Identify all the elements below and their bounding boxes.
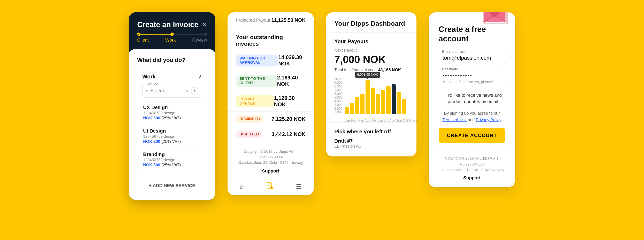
dashboard-header: Your Dipps Dashboard [326, 12, 416, 33]
service-name: Branding [143, 152, 201, 157]
chart-month-label: Nov [409, 119, 415, 123]
invoice-body: What did you do? Work ∧ Service ⌕ Select… [129, 49, 215, 200]
email-label: Email address [441, 50, 466, 54]
list-item: WAITING FOR APPROVAL 14,029.30 NOK [228, 50, 314, 71]
card-outstanding-invoices: Projected Payout 11,125.50 NOK Your outs… [228, 12, 314, 195]
invoice-nav-icon[interactable]: + [266, 182, 274, 191]
terms-link[interactable]: Terms of Use [442, 117, 467, 122]
outstanding-footer: Copyright © 2019 by Dipps AS | NO9230041… [228, 142, 314, 178]
step-track: ✓ [137, 34, 207, 35]
footer-support: Support [236, 168, 306, 174]
list-item: REMINDED 7,125.20 NOK [228, 111, 314, 127]
chart-bar [381, 90, 385, 114]
invoice-status-list: WAITING FOR APPROVAL 14,029.30 NOK SENT … [228, 50, 314, 142]
chart-bar [350, 103, 354, 114]
list-item: SENT TO THE CLIENT 2,169.40 NOK [228, 71, 314, 91]
service-id: 123456789 design [143, 158, 201, 162]
draft-company: EL Passion AS [334, 144, 408, 149]
step-dot-1: ✓ [137, 33, 140, 36]
chart-bar [392, 84, 396, 114]
list-item: DISPUTED 3,442.12 NOK [228, 127, 314, 142]
draft-row: Draft #7 EL Passion AS [334, 138, 408, 149]
account-footer: Copyright © 2019 by Dipps AS | NO9230041… [429, 150, 515, 187]
status-badge: SENT TO THE CLIENT [236, 75, 277, 87]
invoice-amount: 3,442.12 NOK [272, 131, 306, 138]
chart-month-label: Apr [364, 119, 370, 123]
password-value: •••••••••••• [442, 72, 501, 79]
service-name: UI Design [143, 128, 201, 134]
chevron-down-icon: ∨ [186, 88, 189, 93]
projected-row: Projected Payout 11,125.50 NOK [228, 12, 314, 28]
chart-month-label: Feb [351, 119, 357, 123]
newsletter-checkbox[interactable] [439, 93, 444, 98]
email-value: tom@elpassion.com [442, 55, 501, 61]
envelope-decoration [482, 12, 511, 27]
chart-month-label: Oct [403, 119, 408, 123]
close-button[interactable]: ✕ [202, 21, 207, 28]
password-field[interactable]: Password •••••••••••• Minimum 6 characte… [439, 69, 505, 87]
work-section: Work ∧ Service ⌕ Select ∨ + UX Design 12… [137, 69, 207, 175]
service-id: 123456789 design [143, 134, 201, 139]
invoice-amount: 7,125.20 NOK [272, 116, 306, 122]
status-badge: INVOICE OPENED [236, 95, 274, 107]
payouts-section: Your Payouts Next Payout 7,000 NOK Total… [326, 33, 416, 123]
service-label: Service [145, 82, 159, 86]
list-item: INVOICE OPENED 1,129.30 NOK [228, 91, 314, 111]
service-field[interactable]: Service ⌕ Select ∨ + [142, 84, 202, 97]
invoice-amount: 2,169.40 NOK [277, 74, 306, 87]
newsletter-checkbox-row: I'd like to receive news and product upd… [439, 92, 505, 105]
add-service-button[interactable]: + [191, 87, 198, 94]
service-price: NOK 500 (25% VAT) [143, 163, 201, 167]
account-title: Create a free account [439, 25, 505, 43]
email-field[interactable]: Email address tom@elpassion.com [439, 52, 505, 64]
invoice-steps: ✓ Client Work Review [129, 34, 215, 49]
create-account-button[interactable]: CREATE ACCOUNT [439, 128, 505, 143]
draft-name: Draft #7 [334, 138, 408, 144]
projected-label: Projected Payout [236, 18, 270, 23]
invoice-amount: 1,129.30 NOK [274, 95, 306, 108]
card-create-invoice: Create an Invoice ✕ ✓ Client Work Review… [129, 12, 215, 200]
chart-bar [402, 99, 406, 114]
svg-text:+: + [271, 187, 272, 189]
home-icon[interactable]: ⌂ [240, 183, 244, 190]
card-create-account: Create a free account Email address tom@… [429, 12, 515, 187]
chart-bar: 6,901.90 NOK [366, 80, 370, 114]
newsletter-label: I'd like to receive news and product upd… [448, 92, 505, 105]
outstanding-title: Your outstanding invoices [228, 28, 314, 50]
account-body: Create a free account Email address tom@… [429, 12, 515, 150]
card-nav: ⌂ + ☰ [228, 178, 314, 195]
privacy-link[interactable]: Privacy Policy [476, 117, 501, 122]
status-badge: WAITING FOR APPROVAL [236, 55, 278, 66]
svg-rect-1 [268, 184, 271, 184]
chart-container: 10,000 9,000 8,000 7,000 6,000 5,000 4,0… [334, 77, 408, 123]
dashboard-title: Your Dipps Dashboard [334, 20, 408, 27]
chart-month-label: Jan [344, 119, 350, 123]
chart-month-label: Jun [378, 119, 383, 123]
chart-month-label: Aug [389, 119, 395, 123]
chevron-up-icon[interactable]: ∧ [198, 74, 202, 79]
menu-icon[interactable]: ☰ [296, 183, 302, 190]
list-item: UI Design 123456789 design NOK 200 (25% … [142, 124, 202, 148]
service-select-text: Select [150, 88, 186, 94]
service-id: 123456789 design [143, 111, 201, 115]
service-name: UX Design [143, 104, 201, 110]
chart-bar [344, 107, 349, 114]
next-payout-amount: 7,000 NOK [334, 54, 408, 65]
chart-month-label: Sep [396, 119, 402, 123]
status-badge: DISPUTED [236, 131, 263, 138]
status-badge: REMINDED [236, 115, 264, 123]
invoice-header: Create an Invoice ✕ [129, 12, 215, 34]
step-labels: Client Work Review [137, 38, 207, 43]
chart-y-labels: 10,000 9,000 8,000 7,000 6,000 5,000 4,0… [334, 77, 344, 114]
terms-text: By signing up you agree to our Terms of … [439, 110, 505, 123]
add-new-service-button[interactable]: + ADD NEW SERVICE [137, 179, 207, 192]
work-label: Work ∧ [142, 73, 202, 80]
invoice-title: Create an Invoice [137, 21, 198, 29]
step-dot-2 [170, 33, 174, 36]
password-label: Password [441, 67, 459, 71]
service-list: UX Design 123456789 design NOK 500 (25% … [142, 101, 202, 171]
min-chars-hint: Minimum 6 characters, please! [442, 80, 501, 84]
step-label-work: Work [165, 38, 176, 43]
chart-month-label: Dec [416, 119, 416, 123]
service-price: NOK 500 (25% VAT) [143, 116, 201, 121]
